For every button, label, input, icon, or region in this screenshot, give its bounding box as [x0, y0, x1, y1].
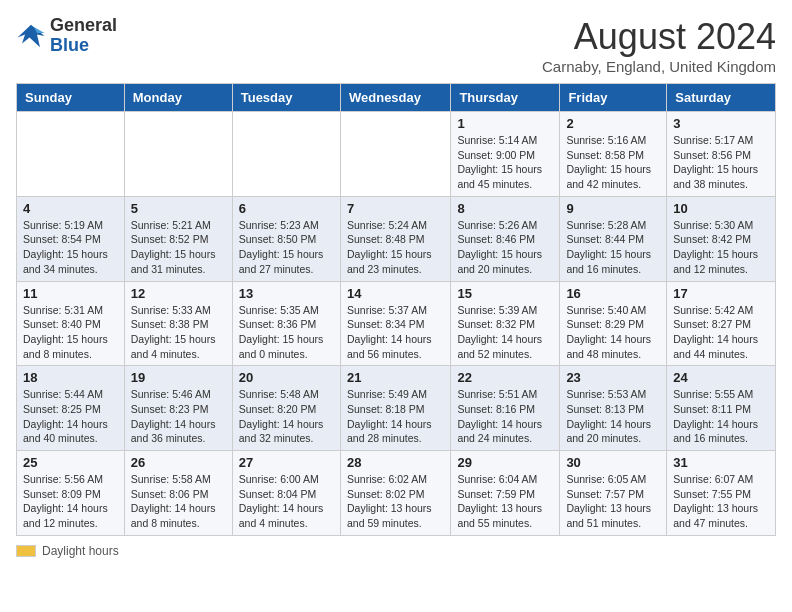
day-number: 17 — [673, 286, 769, 301]
day-number: 29 — [457, 455, 553, 470]
calendar-cell: 3Sunrise: 5:17 AMSunset: 8:56 PMDaylight… — [667, 112, 776, 197]
calendar-cell: 11Sunrise: 5:31 AMSunset: 8:40 PMDayligh… — [17, 281, 125, 366]
day-number: 21 — [347, 370, 444, 385]
logo-bird-icon — [16, 21, 46, 51]
calendar-header-wednesday: Wednesday — [340, 84, 450, 112]
month-year-title: August 2024 — [542, 16, 776, 58]
day-number: 22 — [457, 370, 553, 385]
calendar-cell — [232, 112, 340, 197]
logo-general: General — [50, 15, 117, 35]
day-info: Sunrise: 5:53 AMSunset: 8:13 PMDaylight:… — [566, 387, 660, 446]
day-info: Sunrise: 5:44 AMSunset: 8:25 PMDaylight:… — [23, 387, 118, 446]
calendar-cell: 28Sunrise: 6:02 AMSunset: 8:02 PMDayligh… — [340, 451, 450, 536]
calendar-cell: 30Sunrise: 6:05 AMSunset: 7:57 PMDayligh… — [560, 451, 667, 536]
calendar-header-tuesday: Tuesday — [232, 84, 340, 112]
calendar-cell — [340, 112, 450, 197]
calendar-cell: 1Sunrise: 5:14 AMSunset: 9:00 PMDaylight… — [451, 112, 560, 197]
day-info: Sunrise: 5:51 AMSunset: 8:16 PMDaylight:… — [457, 387, 553, 446]
calendar-week-row: 25Sunrise: 5:56 AMSunset: 8:09 PMDayligh… — [17, 451, 776, 536]
day-number: 10 — [673, 201, 769, 216]
logo: General Blue — [16, 16, 117, 56]
day-info: Sunrise: 5:46 AMSunset: 8:23 PMDaylight:… — [131, 387, 226, 446]
calendar-cell: 17Sunrise: 5:42 AMSunset: 8:27 PMDayligh… — [667, 281, 776, 366]
day-number: 13 — [239, 286, 334, 301]
calendar-cell: 9Sunrise: 5:28 AMSunset: 8:44 PMDaylight… — [560, 196, 667, 281]
calendar-week-row: 4Sunrise: 5:19 AMSunset: 8:54 PMDaylight… — [17, 196, 776, 281]
calendar-cell: 16Sunrise: 5:40 AMSunset: 8:29 PMDayligh… — [560, 281, 667, 366]
day-number: 31 — [673, 455, 769, 470]
day-info: Sunrise: 5:23 AMSunset: 8:50 PMDaylight:… — [239, 218, 334, 277]
day-number: 3 — [673, 116, 769, 131]
day-number: 2 — [566, 116, 660, 131]
day-info: Sunrise: 5:35 AMSunset: 8:36 PMDaylight:… — [239, 303, 334, 362]
day-number: 11 — [23, 286, 118, 301]
calendar-header-row: SundayMondayTuesdayWednesdayThursdayFrid… — [17, 84, 776, 112]
calendar-cell: 7Sunrise: 5:24 AMSunset: 8:48 PMDaylight… — [340, 196, 450, 281]
day-number: 6 — [239, 201, 334, 216]
calendar-cell: 25Sunrise: 5:56 AMSunset: 8:09 PMDayligh… — [17, 451, 125, 536]
day-number: 7 — [347, 201, 444, 216]
calendar-week-row: 11Sunrise: 5:31 AMSunset: 8:40 PMDayligh… — [17, 281, 776, 366]
calendar-cell: 20Sunrise: 5:48 AMSunset: 8:20 PMDayligh… — [232, 366, 340, 451]
calendar-header-thursday: Thursday — [451, 84, 560, 112]
calendar-cell: 2Sunrise: 5:16 AMSunset: 8:58 PMDaylight… — [560, 112, 667, 197]
calendar-cell: 18Sunrise: 5:44 AMSunset: 8:25 PMDayligh… — [17, 366, 125, 451]
day-info: Sunrise: 5:48 AMSunset: 8:20 PMDaylight:… — [239, 387, 334, 446]
day-info: Sunrise: 6:00 AMSunset: 8:04 PMDaylight:… — [239, 472, 334, 531]
day-info: Sunrise: 6:04 AMSunset: 7:59 PMDaylight:… — [457, 472, 553, 531]
calendar-cell: 27Sunrise: 6:00 AMSunset: 8:04 PMDayligh… — [232, 451, 340, 536]
calendar-cell: 4Sunrise: 5:19 AMSunset: 8:54 PMDaylight… — [17, 196, 125, 281]
day-info: Sunrise: 5:58 AMSunset: 8:06 PMDaylight:… — [131, 472, 226, 531]
day-info: Sunrise: 5:55 AMSunset: 8:11 PMDaylight:… — [673, 387, 769, 446]
day-info: Sunrise: 5:37 AMSunset: 8:34 PMDaylight:… — [347, 303, 444, 362]
day-number: 16 — [566, 286, 660, 301]
day-number: 1 — [457, 116, 553, 131]
day-info: Sunrise: 6:07 AMSunset: 7:55 PMDaylight:… — [673, 472, 769, 531]
calendar-week-row: 1Sunrise: 5:14 AMSunset: 9:00 PMDaylight… — [17, 112, 776, 197]
calendar-header-friday: Friday — [560, 84, 667, 112]
calendar-cell: 31Sunrise: 6:07 AMSunset: 7:55 PMDayligh… — [667, 451, 776, 536]
day-number: 5 — [131, 201, 226, 216]
calendar-cell: 8Sunrise: 5:26 AMSunset: 8:46 PMDaylight… — [451, 196, 560, 281]
day-info: Sunrise: 5:19 AMSunset: 8:54 PMDaylight:… — [23, 218, 118, 277]
day-info: Sunrise: 6:02 AMSunset: 8:02 PMDaylight:… — [347, 472, 444, 531]
day-info: Sunrise: 5:30 AMSunset: 8:42 PMDaylight:… — [673, 218, 769, 277]
day-number: 20 — [239, 370, 334, 385]
calendar-cell: 15Sunrise: 5:39 AMSunset: 8:32 PMDayligh… — [451, 281, 560, 366]
calendar-cell: 24Sunrise: 5:55 AMSunset: 8:11 PMDayligh… — [667, 366, 776, 451]
day-info: Sunrise: 6:05 AMSunset: 7:57 PMDaylight:… — [566, 472, 660, 531]
day-info: Sunrise: 5:26 AMSunset: 8:46 PMDaylight:… — [457, 218, 553, 277]
calendar-header-saturday: Saturday — [667, 84, 776, 112]
day-number: 14 — [347, 286, 444, 301]
calendar-cell — [17, 112, 125, 197]
day-number: 15 — [457, 286, 553, 301]
calendar-week-row: 18Sunrise: 5:44 AMSunset: 8:25 PMDayligh… — [17, 366, 776, 451]
day-info: Sunrise: 5:42 AMSunset: 8:27 PMDaylight:… — [673, 303, 769, 362]
calendar-cell: 12Sunrise: 5:33 AMSunset: 8:38 PMDayligh… — [124, 281, 232, 366]
calendar-table: SundayMondayTuesdayWednesdayThursdayFrid… — [16, 83, 776, 536]
logo-blue: Blue — [50, 35, 89, 55]
day-info: Sunrise: 5:24 AMSunset: 8:48 PMDaylight:… — [347, 218, 444, 277]
calendar-cell — [124, 112, 232, 197]
legend-box-icon — [16, 545, 36, 557]
calendar-cell: 21Sunrise: 5:49 AMSunset: 8:18 PMDayligh… — [340, 366, 450, 451]
day-number: 9 — [566, 201, 660, 216]
location-label: Carnaby, England, United Kingdom — [542, 58, 776, 75]
day-info: Sunrise: 5:16 AMSunset: 8:58 PMDaylight:… — [566, 133, 660, 192]
day-number: 27 — [239, 455, 334, 470]
day-info: Sunrise: 5:14 AMSunset: 9:00 PMDaylight:… — [457, 133, 553, 192]
day-info: Sunrise: 5:56 AMSunset: 8:09 PMDaylight:… — [23, 472, 118, 531]
day-number: 28 — [347, 455, 444, 470]
day-number: 30 — [566, 455, 660, 470]
calendar-cell: 5Sunrise: 5:21 AMSunset: 8:52 PMDaylight… — [124, 196, 232, 281]
calendar-header-sunday: Sunday — [17, 84, 125, 112]
logo-text: General Blue — [50, 16, 117, 56]
day-number: 19 — [131, 370, 226, 385]
day-number: 25 — [23, 455, 118, 470]
svg-marker-0 — [18, 25, 45, 48]
day-number: 23 — [566, 370, 660, 385]
day-info: Sunrise: 5:33 AMSunset: 8:38 PMDaylight:… — [131, 303, 226, 362]
legend-label: Daylight hours — [42, 544, 119, 558]
day-info: Sunrise: 5:31 AMSunset: 8:40 PMDaylight:… — [23, 303, 118, 362]
day-number: 12 — [131, 286, 226, 301]
